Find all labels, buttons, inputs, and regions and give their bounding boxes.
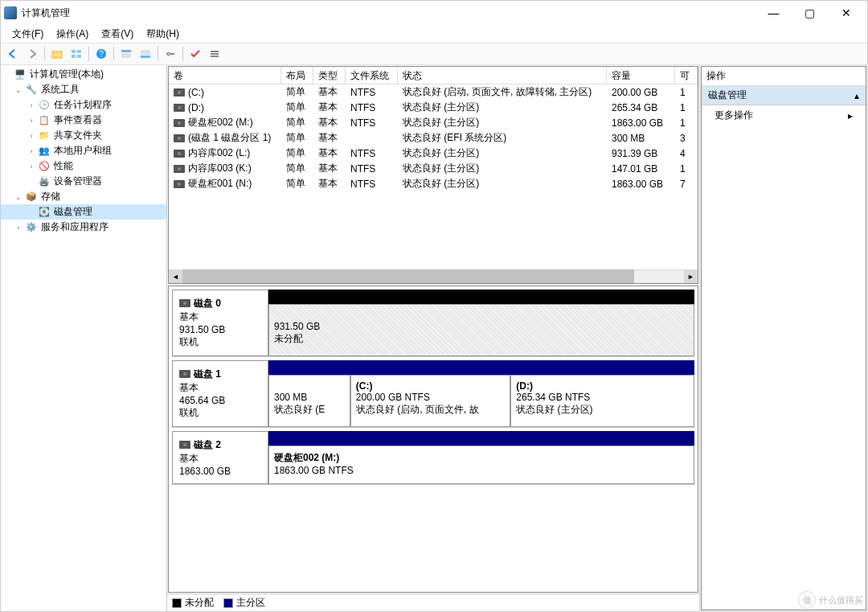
disk-icon <box>179 370 190 378</box>
app-icon <box>4 6 17 19</box>
scroll-right-button[interactable]: ► <box>684 269 698 283</box>
svg-rect-4 <box>77 55 81 58</box>
volume-row[interactable]: (磁盘 1 磁盘分区 1)简单基本状态良好 (EFI 系统分区)300 MB3 <box>169 130 698 146</box>
tree-device-manager[interactable]: 🖨️设备管理器 <box>1 174 166 189</box>
volume-row[interactable]: (C:)简单基本NTFS状态良好 (启动, 页面文件, 故障转储, 主分区)20… <box>169 84 698 100</box>
tree-services[interactable]: ›⚙️服务和应用程序 <box>1 220 166 235</box>
tree-performance[interactable]: ›🚫性能 <box>1 158 166 174</box>
svg-point-12 <box>167 52 170 55</box>
tree-root[interactable]: 🖥️计算机管理(本地) <box>1 67 166 82</box>
list-icon[interactable] <box>206 45 223 63</box>
minimize-button[interactable]: — <box>755 1 792 25</box>
scroll-thumb[interactable] <box>182 269 634 283</box>
titlebar: 计算机管理 — ▢ ✕ <box>1 1 867 25</box>
disks-graphical: 磁盘 0 基本 931.50 GB 联机 931.50 GB 未分配 <box>168 285 698 593</box>
disk-1-partition-d[interactable]: (D:) 265.34 GB NTFS 状态良好 (主分区) <box>510 375 694 427</box>
tree-storage[interactable]: ⌄📦存储 <box>1 189 166 204</box>
view-bottom-icon[interactable] <box>137 45 154 63</box>
volumes-body[interactable]: (C:)简单基本NTFS状态良好 (启动, 页面文件, 故障转储, 主分区)20… <box>169 84 698 269</box>
disk-icon <box>179 441 190 449</box>
volume-icon <box>174 104 185 112</box>
disk-2-label: 磁盘 2 基本 1863.00 GB <box>172 431 268 484</box>
tree-users-groups[interactable]: ›👥本地用户和组 <box>1 143 166 158</box>
volumes-list: 卷 布局 类型 文件系统 状态 容量 可 (C:)简单基本NTFS状态良好 (启… <box>168 66 698 284</box>
volume-row[interactable]: (D:)简单基本NTFS状态良好 (主分区)265.34 GB1 <box>169 100 698 115</box>
folder-icon[interactable] <box>48 45 66 63</box>
menu-help[interactable]: 帮助(H) <box>140 26 186 43</box>
volume-icon <box>174 88 185 97</box>
volume-icon <box>174 150 185 158</box>
back-button[interactable] <box>4 45 22 63</box>
grid-icon[interactable] <box>68 45 85 63</box>
disk-1-partition-c[interactable]: (C:) 200.00 GB NTFS 状态良好 (启动, 页面文件, 故 <box>350 375 510 427</box>
tree-disk-mgmt[interactable]: 💽磁盘管理 <box>1 204 166 220</box>
col-type[interactable]: 类型 <box>313 67 346 84</box>
view-top-icon[interactable] <box>117 45 135 63</box>
forward-button[interactable] <box>23 45 41 63</box>
scroll-left-button[interactable]: ◄ <box>169 269 182 283</box>
actions-more[interactable]: 更多操作▸ <box>702 105 866 125</box>
tree-shared-folders[interactable]: ›📁共享文件夹 <box>1 128 166 143</box>
col-status[interactable]: 状态 <box>398 67 607 84</box>
legend-unallocated: 未分配 <box>185 596 214 610</box>
check-icon[interactable] <box>186 45 204 63</box>
close-button[interactable]: ✕ <box>828 1 864 25</box>
svg-rect-2 <box>77 50 81 53</box>
disk-icon <box>179 299 190 307</box>
chevron-right-icon: ▸ <box>848 110 853 121</box>
svg-rect-3 <box>72 55 76 58</box>
disk-1-row[interactable]: 磁盘 1 基本 465.64 GB 联机 300 MB 状态良好 (E <box>172 360 694 428</box>
col-capacity[interactable]: 容量 <box>607 67 675 84</box>
horizontal-scrollbar[interactable]: ◄ ► <box>169 269 698 283</box>
volume-icon <box>174 134 185 142</box>
window-title: 计算机管理 <box>22 6 755 20</box>
toolbar: ? <box>1 43 867 65</box>
disk-1-partition-efi[interactable]: 300 MB 状态良好 (E <box>268 375 350 427</box>
tree-event-viewer[interactable]: ›📋事件查看器 <box>1 113 166 128</box>
volume-row[interactable]: 硬盘柜001 (N:)简单基本NTFS状态良好 (主分区)1863.00 GB7 <box>169 176 698 191</box>
actions-section[interactable]: 磁盘管理▴ <box>702 86 866 105</box>
disk-0-partition-unallocated[interactable]: 931.50 GB 未分配 <box>268 304 694 356</box>
watermark: 值 什么值得买 <box>798 591 863 609</box>
svg-rect-14 <box>211 53 219 55</box>
tree-panel[interactable]: 🖥️计算机管理(本地) ⌄🔧系统工具 ›🕒任务计划程序 ›📋事件查看器 ›📁共享… <box>1 65 167 611</box>
disk-2-row[interactable]: 磁盘 2 基本 1863.00 GB 硬盘柜002 (M:) 1863.00 G… <box>172 431 694 485</box>
list-header: 卷 布局 类型 文件系统 状态 容量 可 <box>169 67 698 84</box>
disk-2-partition-m[interactable]: 硬盘柜002 (M:) 1863.00 GB NTFS <box>268 446 694 484</box>
col-volume[interactable]: 卷 <box>169 67 281 84</box>
volume-icon <box>174 165 185 173</box>
svg-rect-7 <box>121 50 131 52</box>
svg-rect-15 <box>211 55 219 57</box>
legend-primary: 主分区 <box>236 596 265 610</box>
actions-header: 操作 <box>702 67 866 86</box>
svg-rect-8 <box>121 53 131 58</box>
col-layout[interactable]: 布局 <box>281 67 313 84</box>
legend-swatch-primary <box>223 598 233 608</box>
volume-row[interactable]: 内容库002 (L:)简单基本NTFS状态良好 (主分区)931.39 GB4 <box>169 146 698 161</box>
svg-rect-13 <box>211 51 219 52</box>
menu-view[interactable]: 查看(V) <box>95 26 140 43</box>
legend-swatch-unallocated <box>172 598 182 608</box>
settings-icon[interactable] <box>162 45 179 63</box>
help-icon[interactable]: ? <box>92 45 110 63</box>
actions-panel: 操作 磁盘管理▴ 更多操作▸ <box>701 66 866 610</box>
svg-rect-1 <box>72 50 76 53</box>
disk-0-row[interactable]: 磁盘 0 基本 931.50 GB 联机 931.50 GB 未分配 <box>172 290 694 357</box>
svg-text:?: ? <box>99 50 104 59</box>
menu-action[interactable]: 操作(A) <box>50 26 95 43</box>
volume-row[interactable]: 内容库003 (K:)简单基本NTFS状态良好 (主分区)147.01 GB1 <box>169 161 698 176</box>
menubar: 文件(F) 操作(A) 查看(V) 帮助(H) <box>1 25 867 43</box>
volume-icon <box>174 180 185 188</box>
col-fs[interactable]: 文件系统 <box>346 67 398 84</box>
maximize-button[interactable]: ▢ <box>792 1 828 25</box>
tree-system-tools[interactable]: ⌄🔧系统工具 <box>1 82 166 97</box>
menu-file[interactable]: 文件(F) <box>6 26 50 43</box>
col-free[interactable]: 可 <box>675 67 698 84</box>
svg-rect-9 <box>141 50 150 55</box>
volume-row[interactable]: 硬盘柜002 (M:)简单基本NTFS状态良好 (主分区)1863.00 GB1 <box>169 115 698 130</box>
legend: 未分配 主分区 <box>167 594 699 611</box>
tree-task-scheduler[interactable]: ›🕒任务计划程序 <box>1 97 166 113</box>
disk-1-label: 磁盘 1 基本 465.64 GB 联机 <box>172 360 268 427</box>
volume-icon <box>174 119 185 127</box>
disk-0-header <box>268 290 694 304</box>
